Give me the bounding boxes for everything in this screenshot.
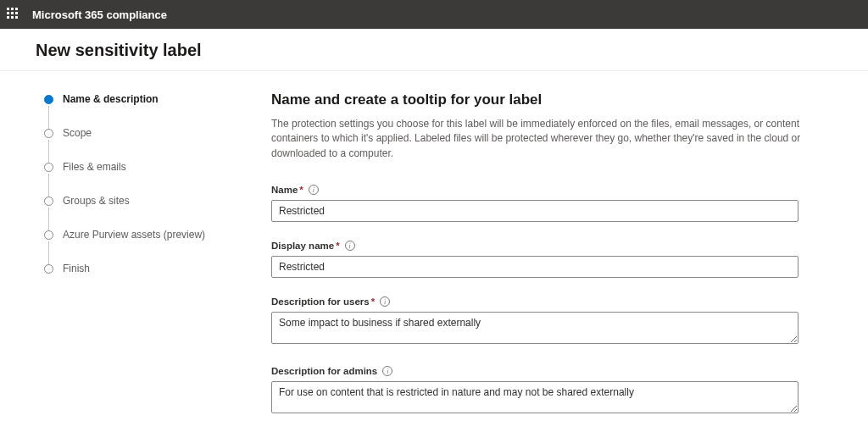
content-heading: Name and create a tooltip for your label — [271, 91, 841, 108]
step-label: Name & description — [63, 93, 159, 105]
top-bar: Microsoft 365 compliance — [0, 0, 868, 29]
name-input[interactable] — [271, 200, 798, 222]
description-users-input[interactable] — [271, 312, 798, 344]
step-name-description[interactable]: Name & description — [44, 93, 237, 127]
field-label: Description for admins — [271, 366, 377, 376]
field-description-admins: Description for admins i — [271, 366, 841, 417]
step-dot-icon — [44, 197, 53, 206]
field-display-name: Display name* i — [271, 241, 841, 278]
step-label: Azure Purview assets (preview) — [63, 229, 205, 241]
field-label: Name* — [271, 185, 303, 195]
step-label: Finish — [63, 263, 90, 274]
info-icon[interactable]: i — [345, 241, 355, 251]
content-panel: Name and create a tooltip for your label… — [254, 71, 868, 432]
step-files-emails[interactable]: Files & emails — [44, 161, 237, 195]
field-description-users: Description for users* i — [271, 296, 841, 347]
description-admins-input[interactable] — [271, 381, 798, 413]
step-dot-icon — [44, 230, 53, 240]
info-icon[interactable]: i — [309, 185, 319, 195]
window: Microsoft 365 compliance New sensitivity… — [0, 0, 868, 432]
field-name: Name* i — [271, 185, 841, 222]
step-label: Groups & sites — [63, 195, 130, 207]
step-scope[interactable]: Scope — [44, 127, 237, 161]
field-label: Display name* — [271, 241, 340, 251]
step-dot-icon — [44, 129, 53, 138]
wizard-stepper: Name & description Scope Files & emails … — [0, 71, 254, 432]
body: Name & description Scope Files & emails … — [0, 71, 868, 432]
step-azure-purview[interactable]: Azure Purview assets (preview) — [44, 229, 237, 263]
step-finish[interactable]: Finish — [44, 263, 237, 280]
step-label: Scope — [63, 127, 92, 139]
app-launcher-icon[interactable] — [7, 8, 20, 21]
content-intro: The protection settings you choose for t… — [271, 117, 814, 161]
page-title: New sensitivity label — [36, 41, 832, 60]
info-icon[interactable]: i — [380, 296, 390, 307]
page-header: New sensitivity label — [0, 29, 868, 71]
step-label: Files & emails — [63, 161, 126, 173]
display-name-input[interactable] — [271, 256, 798, 278]
field-label: Description for users* — [271, 296, 375, 307]
app-name: Microsoft 365 compliance — [32, 8, 167, 21]
step-dot-icon — [44, 95, 53, 104]
step-groups-sites[interactable]: Groups & sites — [44, 195, 237, 229]
info-icon[interactable]: i — [382, 366, 392, 376]
step-dot-icon — [44, 163, 53, 172]
step-dot-icon — [44, 264, 53, 274]
